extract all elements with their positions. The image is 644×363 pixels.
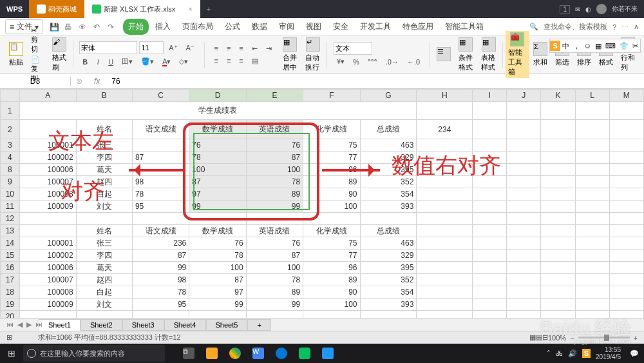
underline[interactable]: U (105, 57, 117, 67)
start-button[interactable]: ⊞ (0, 348, 23, 358)
tray-vol[interactable]: 🔊 (568, 349, 577, 358)
mtab-feature[interactable]: 特色应用 (397, 19, 439, 35)
app-taskview[interactable]: ⧉ (178, 344, 200, 363)
app-explorer[interactable] (201, 344, 223, 363)
copy-button[interactable]: 📄 复制 (31, 55, 44, 83)
smart-toolbox[interactable]: 🧰智能工具箱 (506, 31, 529, 78)
indent-dec[interactable]: ⇤ (249, 43, 261, 54)
app-tool[interactable] (317, 344, 339, 363)
border[interactable]: 田▾ (118, 55, 136, 68)
skin-icon[interactable]: ◐ (585, 6, 591, 13)
app-wechat[interactable] (294, 344, 316, 363)
clock[interactable]: 13:552019/4/5 (596, 346, 625, 360)
cond-format[interactable]: ▦条件格式 (455, 36, 477, 74)
wrap-text[interactable]: ↵自动换行 (301, 36, 324, 74)
align-center[interactable]: ≡ (223, 55, 234, 66)
sheet-nav-first[interactable]: ⏮ (6, 320, 14, 329)
msg-icon[interactable]: ✉ (575, 6, 580, 13)
format-painter[interactable]: 🖌格式刷 (48, 36, 70, 74)
percent[interactable]: % (350, 57, 363, 67)
mtab-view[interactable]: 视图 (301, 19, 327, 35)
taskbar-search[interactable]: 在这里输入你要搜索的内容 (23, 345, 165, 362)
inc-font[interactable]: A⁺ (166, 43, 180, 54)
qat-save[interactable]: 💾 (48, 23, 60, 32)
align-mid[interactable]: ≡ (223, 43, 234, 54)
sheet-tab-3[interactable]: Sheet3 (122, 319, 164, 331)
italic[interactable]: I (93, 57, 103, 67)
mtab-insert[interactable]: 插入 (150, 19, 176, 35)
bold[interactable]: B (79, 57, 91, 67)
sheet-tab-1[interactable]: Sheet1 (39, 319, 80, 331)
sheet-tab-2[interactable]: Sheet2 (80, 319, 122, 331)
tab-store[interactable]: 稻壳商城 (29, 0, 84, 18)
tray-net[interactable]: 🖧 (556, 349, 563, 357)
sum-btn[interactable]: Σ求和 (529, 41, 551, 68)
app-edge[interactable] (270, 344, 292, 363)
avatar[interactable] (596, 4, 607, 14)
align-right[interactable]: ≡ (236, 55, 246, 66)
paste-button[interactable]: 📋粘贴 (5, 41, 27, 68)
worksheet[interactable]: ABCDEFGHIJKLM 1学生成绩表 2姓名语文成绩数学成绩英语成绩化学成绩… (0, 89, 644, 318)
qat-undo[interactable]: ↶ (91, 23, 102, 32)
number-format[interactable] (334, 42, 372, 55)
mtab-start[interactable]: 开始 (123, 19, 149, 35)
currency[interactable]: ¥▾ (334, 56, 348, 67)
mtab-smart[interactable]: 智能工具箱 (440, 19, 489, 35)
system-tray[interactable]: ˄ 🖧 🔊 S 13:552019/4/5 💬 (547, 346, 644, 360)
taskbar: ⊞ 在这里输入你要搜索的内容 ⧉ W ˄ 🖧 🔊 S 13:552019/4/5… (0, 344, 644, 363)
clear-fmt[interactable]: ◇▾ (176, 56, 191, 67)
zoom-in[interactable]: + (634, 334, 638, 342)
app-wps[interactable]: W (247, 344, 269, 363)
merge-center[interactable]: ▦合并居中 (279, 36, 301, 74)
sheet-nav-next[interactable]: ▶ (26, 320, 32, 329)
help-icon[interactable]: ? (612, 23, 616, 31)
search-hint[interactable]: 查找命令、搜索模板 (544, 22, 607, 32)
fill-color[interactable]: 🪣▾ (138, 56, 157, 67)
mtab-formula[interactable]: 公式 (220, 19, 245, 35)
dec-font[interactable]: A⁻ (183, 43, 198, 54)
fx-cancel[interactable]: ⊗ (71, 77, 88, 86)
statusbar-icon[interactable]: ⊞ (6, 333, 12, 342)
mtab-dev[interactable]: 开发工具 (355, 19, 396, 35)
tab-add[interactable]: + (200, 5, 217, 13)
tray-ime[interactable]: S (582, 349, 591, 358)
qat-preview[interactable]: 👁 (77, 23, 88, 32)
search-placeholder: 在这里输入你要搜索的内容 (40, 349, 125, 358)
dec-dec[interactable]: ←.0 (404, 57, 423, 67)
table-style[interactable]: ▦表格样式 (477, 36, 500, 74)
badge[interactable]: 1 (560, 5, 570, 14)
mtab-review[interactable]: 审阅 (274, 19, 299, 35)
dec-inc[interactable]: .0→ (383, 57, 402, 67)
align-left[interactable]: ≡ (211, 55, 221, 66)
mtab-security[interactable]: 安全 (328, 19, 354, 35)
tab-document[interactable]: 新建 XLSX 工作表.xlsx× (84, 0, 200, 18)
app-chrome[interactable] (224, 344, 246, 363)
indent-inc[interactable]: ⇥ (263, 43, 275, 54)
notifications[interactable]: 💬 (630, 349, 639, 358)
ime-toolbar[interactable]: S 中， ☺▦⌨ 👕✂ (549, 39, 641, 53)
merge-rows[interactable]: ▤ (249, 55, 261, 66)
sheet-tab-5[interactable]: Sheet5 (206, 319, 248, 331)
size-select[interactable] (139, 41, 164, 54)
align-bot[interactable]: ≡ (236, 43, 246, 54)
fx-icon[interactable]: fx (88, 77, 106, 86)
view-normal[interactable]: ▦ (529, 333, 536, 342)
arrow-left (129, 169, 184, 172)
cut-button[interactable]: ✂ 剪切 (31, 26, 44, 54)
mtab-data[interactable]: 数据 (247, 19, 272, 35)
qat-redo[interactable]: ↷ (105, 23, 117, 32)
font-select[interactable] (79, 41, 137, 54)
sheet-tab-4[interactable]: Sheet4 (164, 319, 206, 331)
font-color[interactable]: A▾ (159, 56, 174, 67)
qat-print[interactable]: 🖶 (62, 23, 74, 32)
align-top[interactable]: ≡ (211, 43, 221, 54)
mtab-layout[interactable]: 页面布局 (177, 19, 218, 35)
sheet-nav-prev[interactable]: ◀ (17, 320, 23, 329)
comma[interactable]: ᵒᵒᵒ (365, 56, 381, 67)
rows-btn[interactable]: ☰ (433, 46, 455, 64)
arrow-right (322, 169, 380, 172)
sheet-nav-last[interactable]: ⏭ (35, 320, 43, 329)
tray-up[interactable]: ˄ (547, 349, 551, 358)
sheet-add[interactable]: + (247, 319, 270, 331)
formula-input[interactable]: 76 (106, 77, 125, 86)
